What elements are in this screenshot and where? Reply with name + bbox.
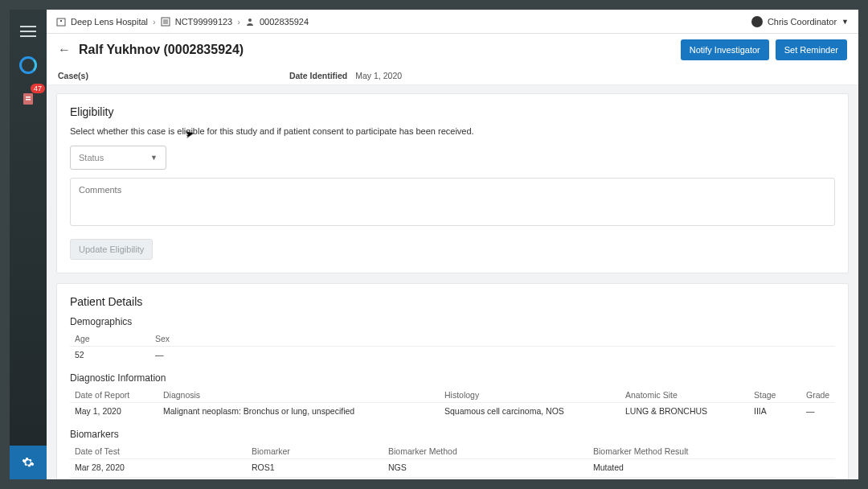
cell: Mar 28, 2020 <box>70 478 247 480</box>
table-row: Mar 28, 2020 ALK NGS Presumed Pathogenic <box>70 478 835 480</box>
page-title: Ralf Yukhnov (0002835924) <box>79 43 244 57</box>
status-select[interactable]: Status ▼ <box>70 146 166 170</box>
cell: ALK <box>247 478 383 480</box>
col-sex: Sex <box>150 331 835 347</box>
breadcrumb-bar: Deep Lens Hospital › NCT99999123 › 00028… <box>47 10 858 34</box>
menu-icon[interactable] <box>16 19 40 43</box>
cases-badge: 47 <box>31 84 45 93</box>
hospital-icon <box>56 17 66 27</box>
person-icon <box>245 17 255 27</box>
cell: May 1, 2020 <box>70 403 158 421</box>
patient-details-card: Patient Details Demographics Age Sex 52 … <box>56 283 849 479</box>
demographics-title: Demographics <box>70 316 835 327</box>
breadcrumb-trial[interactable]: NCT99999123 <box>175 17 233 27</box>
breadcrumb-patient[interactable]: 0002835924 <box>260 17 309 27</box>
col-histology: Histology <box>440 387 620 403</box>
update-eligibility-button[interactable]: Update Eligibility <box>70 239 153 260</box>
cell: ROS1 <box>247 459 383 478</box>
patient-details-title: Patient Details <box>70 295 835 308</box>
eligibility-card: Eligibility Select whether this case is … <box>56 93 849 273</box>
cell-sex: — <box>150 347 835 365</box>
col-method: Biomarker Method <box>383 443 588 459</box>
chevron-down-icon: ▼ <box>150 154 158 162</box>
col-anatomic: Anatomic Site <box>620 387 749 403</box>
eligibility-title: Eligibility <box>70 105 835 118</box>
diagnostic-table: Date of Report Diagnosis Histology Anato… <box>70 387 835 421</box>
date-identified-value: May 1, 2020 <box>355 71 402 80</box>
set-reminder-button[interactable]: Set Reminder <box>776 39 847 60</box>
trial-icon <box>161 17 170 27</box>
status-placeholder: Status <box>79 153 104 162</box>
col-diagnosis: Diagnosis <box>158 387 440 403</box>
svg-rect-4 <box>60 20 62 22</box>
cell: Squamous cell carcinoma, NOS <box>440 403 620 421</box>
user-menu[interactable]: Chris Coordinator ▼ <box>751 16 849 27</box>
settings-button[interactable] <box>10 446 47 479</box>
sidebar: 47 <box>10 10 47 479</box>
cell: NGS <box>383 478 588 480</box>
avatar-icon <box>751 16 763 27</box>
date-identified-label: Date Identified <box>289 71 347 80</box>
notify-investigator-button[interactable]: Notify Investigator <box>681 39 769 60</box>
comments-input[interactable] <box>70 178 835 226</box>
cell: Malignant neoplasm: Bronchus or lung, un… <box>158 403 440 421</box>
caret-down-icon: ▼ <box>841 18 849 26</box>
cell: Mutated <box>588 459 835 478</box>
svg-point-6 <box>248 18 252 22</box>
cell-age: 52 <box>70 347 150 365</box>
biomarkers-table: Date of Test Biomarker Biomarker Method … <box>70 443 835 479</box>
cases-icon[interactable]: 47 <box>16 87 40 111</box>
col-date-report: Date of Report <box>70 387 158 403</box>
breadcrumb-hospital[interactable]: Deep Lens Hospital <box>71 17 148 27</box>
demographics-table: Age Sex 52 — <box>70 331 835 364</box>
diagnostic-title: Diagnostic Information <box>70 372 835 384</box>
cell: LUNG & BRONCHUS <box>620 403 749 421</box>
svg-rect-1 <box>26 97 31 98</box>
col-biomarker: Biomarker <box>247 443 383 459</box>
chevron-right-icon: › <box>237 17 240 27</box>
cell: — <box>801 403 835 421</box>
user-name: Chris Coordinator <box>768 17 837 27</box>
cell: NGS <box>383 459 588 478</box>
col-result: Biomarker Method Result <box>588 443 835 459</box>
svg-rect-3 <box>57 18 65 26</box>
eligibility-subtext: Select whether this case is eligible for… <box>70 126 835 136</box>
table-row: 52 — <box>70 347 835 365</box>
biomarkers-title: Biomarkers <box>70 429 835 440</box>
cases-label: Case(s) <box>58 71 88 80</box>
col-stage: Stage <box>749 387 801 403</box>
cell: Mar 28, 2020 <box>70 459 247 478</box>
main-content: Deep Lens Hospital › NCT99999123 › 00028… <box>47 10 858 479</box>
back-arrow-icon[interactable]: ← <box>58 43 71 57</box>
chevron-right-icon: › <box>153 17 156 27</box>
col-grade: Grade <box>801 387 835 403</box>
col-age: Age <box>70 331 150 347</box>
col-date-test: Date of Test <box>70 443 247 459</box>
cell: Presumed Pathogenic <box>588 478 835 480</box>
table-row: May 1, 2020 Malignant neoplasm: Bronchus… <box>70 403 835 421</box>
table-row: Mar 28, 2020 ROS1 NGS Mutated <box>70 459 835 478</box>
logo-icon[interactable] <box>16 53 40 77</box>
svg-rect-2 <box>26 99 31 101</box>
cell: IIIA <box>749 403 801 421</box>
